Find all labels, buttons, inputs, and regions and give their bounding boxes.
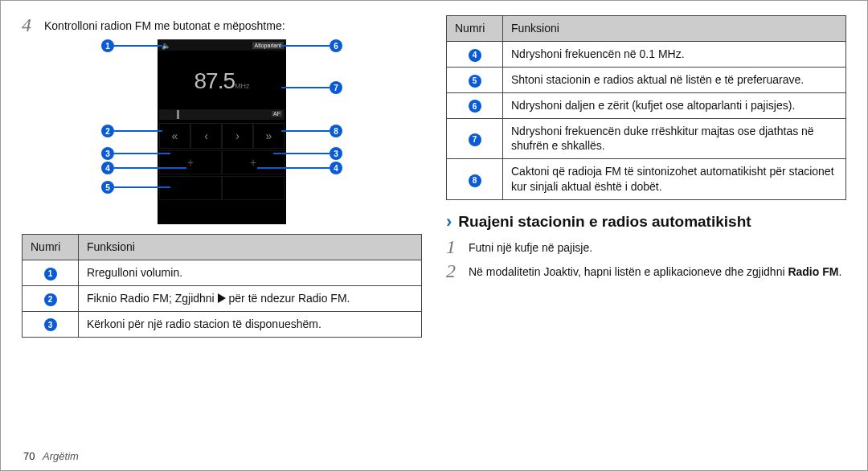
table-row: 3 Kërkoni për një radio stacion të dispo…	[23, 311, 422, 337]
table-row: 4 Ndryshoni frekuencën në 0.1 MHz.	[447, 41, 846, 67]
table-header-row: Numri Funksioni	[447, 16, 846, 42]
callout-3-right: 3	[330, 147, 342, 160]
row-bullet: 5	[469, 75, 481, 88]
control-row: « ‹ › »	[159, 123, 285, 149]
step-number: 4	[22, 15, 38, 35]
row-text: Ndryshoni daljen e zërit (kufjet ose alt…	[503, 92, 846, 118]
table-row: 5 Shtoni stacionin e radios aktual në li…	[447, 67, 846, 92]
col-header-num: Numri	[447, 16, 503, 42]
row-text: Ndryshoni frekuencën në 0.1 MHz.	[503, 41, 846, 67]
callout-2: 2	[101, 125, 114, 137]
col-header-func: Funksioni	[503, 16, 846, 42]
row-bullet: 6	[469, 100, 481, 113]
table-row: 2 Fiknio Radio FM; Zgjidhni për të ndezu…	[23, 285, 422, 311]
callout-3-left: 3	[101, 147, 114, 160]
row-text: Fiknio Radio FM; Zgjidhni për të ndezur …	[79, 285, 422, 311]
fav-add-right: +	[222, 150, 285, 174]
output-tag: Altoparlant	[252, 42, 284, 49]
slider-knob	[177, 110, 179, 119]
seek-prev-icon: «	[159, 123, 190, 149]
callout-1: 1	[101, 39, 114, 52]
pad-cell	[159, 176, 222, 200]
step-number: 1	[446, 237, 462, 256]
col-header-num: Numri	[23, 235, 79, 260]
row-bullet: 1	[44, 268, 57, 281]
radio-illustration: 🔈 Altoparlant 87.5MHz AF « ‹ ›	[101, 39, 342, 224]
callout-4-left: 4	[101, 162, 114, 174]
table-row: 8 Caktoni që radioja FM të sintonizohet …	[447, 159, 846, 200]
freq-slider: AF	[159, 109, 285, 120]
chevron-right-icon: ›	[446, 211, 452, 232]
section-name: Argëtim	[43, 450, 79, 462]
pad-cell	[222, 176, 285, 200]
table-row: 7 Ndryshoni frekuencën duke rrëshkitur m…	[447, 118, 846, 159]
radio-mock: 🔈 Altoparlant 87.5MHz AF « ‹ ›	[158, 39, 286, 224]
col-header-func: Funksioni	[79, 235, 422, 260]
page-footer: 70 Argëtim	[23, 450, 79, 462]
page-number: 70	[23, 450, 35, 462]
table-row: 6 Ndryshoni daljen e zërit (kufjet ose a…	[447, 92, 846, 118]
plus-row-2	[159, 176, 285, 200]
radio-topbar: Altoparlant	[158, 39, 286, 51]
step-text: Futni një kufje në pajisje.	[469, 237, 592, 256]
row-text: Caktoni që radioja FM të sintonizohet au…	[503, 159, 846, 200]
callout-7: 7	[330, 81, 342, 94]
row-text: Rregulloni volumin.	[79, 260, 422, 285]
step-2: 2 Në modalitetin Joaktiv, hapni listën e…	[446, 261, 846, 281]
row-bullet: 8	[469, 174, 481, 187]
callout-8: 8	[330, 125, 342, 137]
seek-next-icon: »	[253, 123, 285, 149]
fav-add-left: +	[159, 150, 222, 174]
table-header-row: Numri Funksioni	[23, 235, 422, 260]
row-bullet: 4	[469, 49, 481, 62]
plus-row: + +	[159, 150, 285, 174]
step-text: Në modalitetin Joaktiv, hapni listën e a…	[469, 261, 841, 280]
row-text: Kërkoni për një radio stacion të disponu…	[79, 311, 422, 337]
right-function-table: Numri Funksioni 4 Ndryshoni frekuencën n…	[446, 15, 846, 200]
row-text: Ndryshoni frekuencën duke rrëshkitur maj…	[503, 118, 846, 159]
row-text: Shtoni stacionin e radios aktual në list…	[503, 67, 846, 92]
section-heading: › Ruajeni stacionin e radios automatikis…	[446, 211, 846, 232]
callout-6: 6	[330, 39, 342, 52]
freq-unit: MHz	[235, 82, 250, 90]
row-bullet: 7	[469, 133, 481, 146]
step-1: 1 Futni një kufje në pajisje.	[446, 237, 846, 256]
freq-display: 87.5MHz	[158, 51, 286, 105]
left-column: 4 Kontrolloni radion FM me butonat e mëp…	[22, 15, 422, 433]
step-prev-icon: ‹	[190, 123, 222, 149]
callout-4-right: 4	[330, 162, 342, 174]
row-bullet: 2	[44, 293, 57, 306]
right-column: Numri Funksioni 4 Ndryshoni frekuencën n…	[446, 15, 846, 433]
table-row: 1 Rregulloni volumin.	[23, 260, 422, 285]
manual-page: 4 Kontrolloni radion FM me butonat e mëp…	[0, 0, 868, 471]
section-title: Ruajeni stacionin e radios automatikisht	[458, 213, 751, 231]
step-number: 2	[446, 261, 462, 281]
step-next-icon: ›	[222, 123, 253, 149]
callout-5: 5	[101, 181, 114, 194]
af-badge: AF	[272, 111, 282, 117]
play-icon	[218, 293, 226, 303]
volume-icon: 🔈	[162, 42, 170, 50]
left-function-table: Numri Funksioni 1 Rregulloni volumin. 2 …	[22, 234, 422, 338]
step-text: Kontrolloni radion FM me butonat e mëpos…	[44, 15, 285, 34]
step-4: 4 Kontrolloni radion FM me butonat e mëp…	[22, 15, 422, 35]
freq-value: 87.5	[194, 68, 235, 93]
row-bullet: 3	[44, 318, 57, 331]
